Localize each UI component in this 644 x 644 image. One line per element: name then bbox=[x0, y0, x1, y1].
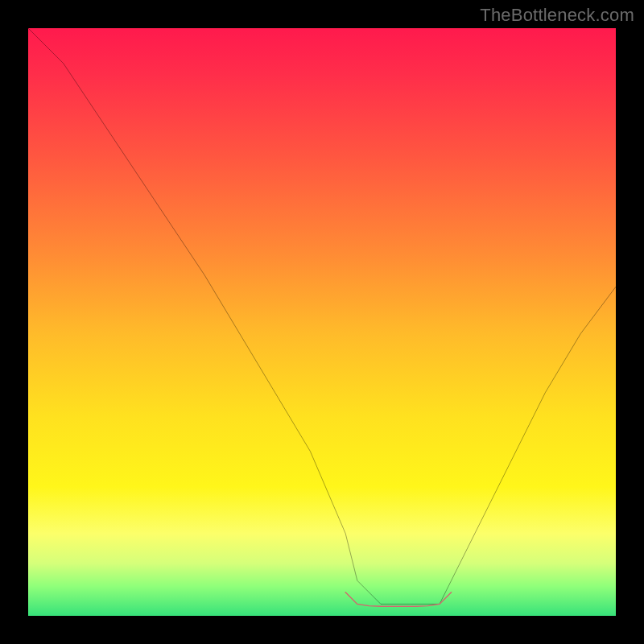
chart-frame: TheBottleneck.com bbox=[0, 0, 644, 644]
optimal-band-line bbox=[345, 592, 451, 607]
chart-plot-area bbox=[28, 28, 616, 616]
bottleneck-curve-line bbox=[28, 28, 616, 604]
chart-svg bbox=[28, 28, 616, 616]
watermark-text: TheBottleneck.com bbox=[480, 5, 634, 26]
